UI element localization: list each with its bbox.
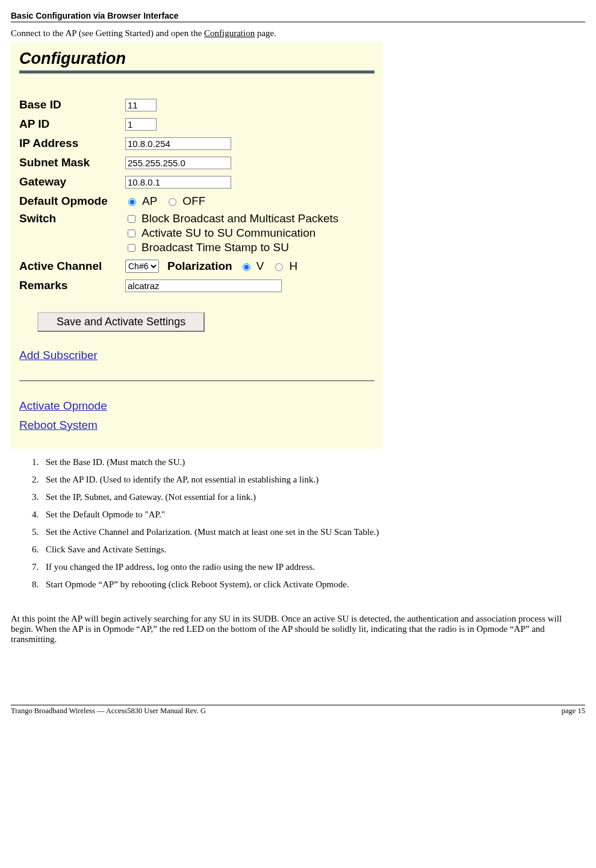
check-time-stamp[interactable]: Broadcast Time Stamp to SU	[125, 241, 338, 254]
check-label-2: Broadcast Time Stamp to SU	[141, 241, 289, 254]
intro-pre: Connect to the AP (see Getting Started) …	[11, 28, 204, 38]
page-footer: Trango Broadband Wireless — Access5830 U…	[11, 705, 585, 716]
check-input-0[interactable]	[128, 215, 135, 223]
check-su-to-su[interactable]: Activate SU to SU Communication	[125, 226, 338, 240]
input-ip[interactable]	[125, 137, 231, 150]
step-7: If you changed the IP address, log onto …	[41, 562, 585, 572]
intro-text: Connect to the AP (see Getting Started) …	[11, 28, 585, 39]
step-1: Set the Base ID. (Must match the SU.)	[41, 457, 585, 467]
radio-h-input[interactable]	[275, 263, 283, 271]
radio-ap-label: AP	[142, 195, 157, 208]
radio-opmode-ap[interactable]: AP	[125, 195, 157, 208]
input-gateway[interactable]	[125, 176, 231, 189]
label-ip: IP Address	[19, 137, 125, 150]
section-rule	[19, 380, 374, 381]
radio-off-label: OFF	[182, 195, 205, 208]
screenshot-title: Configuration	[19, 49, 374, 68]
select-channel[interactable]: Ch#6	[125, 260, 159, 273]
activate-opmode-link[interactable]: Activate Opmode	[19, 399, 374, 413]
footer-left: Trango Broadband Wireless — Access5830 U…	[11, 707, 206, 716]
radio-h-label: H	[289, 260, 297, 273]
radio-v-input[interactable]	[243, 263, 250, 271]
steps-list: Set the Base ID. (Must match the SU.) Se…	[41, 457, 585, 590]
check-label-1: Activate SU to SU Communication	[141, 226, 315, 240]
step-3: Set the IP, Subnet, and Gateway. (Not es…	[41, 492, 585, 502]
check-label-0: Block Broadcast and Multicast Packets	[141, 212, 338, 225]
radio-pol-h[interactable]: H	[272, 260, 297, 273]
after-paragraph: At this point the AP will begin actively…	[11, 614, 585, 645]
step-6: Click Save and Activate Settings.	[41, 545, 585, 555]
radio-v-label: V	[256, 260, 264, 273]
config-screenshot: Configuration Base ID AP ID IP Address S…	[11, 42, 383, 449]
input-subnet[interactable]	[125, 157, 231, 169]
radio-opmode-off[interactable]: OFF	[166, 195, 205, 208]
footer-right: page 15	[562, 707, 585, 716]
page-header: Basic Configuration via Browser Interfac…	[11, 11, 585, 22]
label-channel: Active Channel	[19, 260, 125, 273]
label-switch: Switch	[19, 212, 125, 225]
add-subscriber-link[interactable]: Add Subscriber	[19, 349, 374, 362]
radio-pol-v[interactable]: V	[240, 260, 264, 273]
intro-post: page.	[255, 28, 276, 38]
label-base-id: Base ID	[19, 98, 125, 111]
input-base-id[interactable]	[125, 99, 157, 111]
label-gateway: Gateway	[19, 175, 125, 189]
label-subnet: Subnet Mask	[19, 156, 125, 169]
step-4: Set the Default Opmode to "AP."	[41, 510, 585, 520]
step-5: Set the Active Channel and Polarization.…	[41, 527, 585, 537]
check-input-2[interactable]	[128, 244, 135, 252]
radio-off-input[interactable]	[169, 198, 176, 206]
label-ap-id: AP ID	[19, 117, 125, 131]
label-remarks: Remarks	[19, 279, 125, 292]
label-opmode: Default Opmode	[19, 195, 125, 208]
check-block-broadcast[interactable]: Block Broadcast and Multicast Packets	[125, 212, 338, 225]
check-input-1[interactable]	[128, 229, 135, 237]
step-2: Set the AP ID. (Used to identify the AP,…	[41, 475, 585, 485]
save-activate-button[interactable]: Save and Activate Settings	[37, 312, 205, 332]
intro-link-word: Configuration	[204, 28, 255, 38]
title-rule	[19, 70, 374, 73]
label-polarization: Polarization	[167, 260, 232, 273]
radio-ap-input[interactable]	[128, 198, 136, 206]
input-ap-id[interactable]	[125, 118, 157, 131]
step-8: Start Opmode “AP” by rebooting (click Re…	[41, 579, 585, 590]
input-remarks[interactable]	[125, 279, 282, 292]
reboot-system-link[interactable]: Reboot System	[19, 419, 374, 432]
